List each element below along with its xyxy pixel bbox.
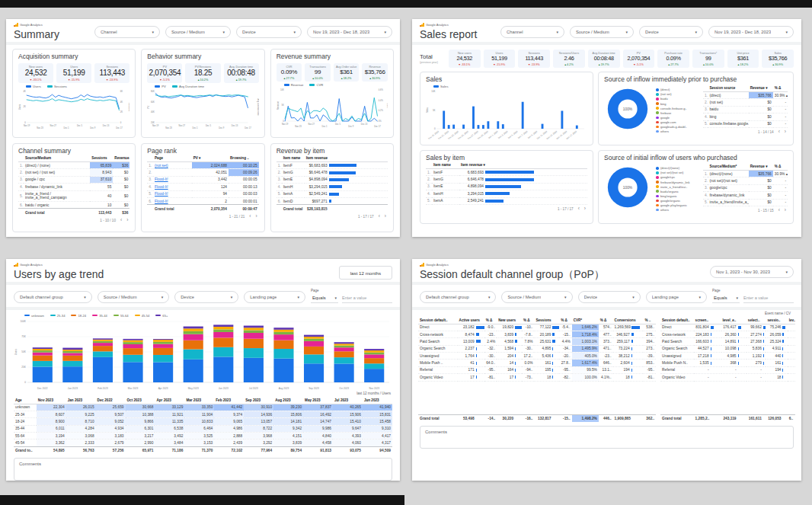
column-header[interactable]: Jun 2023: [363, 397, 392, 404]
column-header[interactable]: Jul 2023: [333, 397, 363, 404]
column-header[interactable]: Mar 2023: [184, 397, 214, 404]
column-header[interactable]: [426, 161, 432, 169]
svg-text:80K: 80K: [151, 90, 155, 93]
column-header[interactable]: level_e..: [721, 317, 746, 324]
table-row: 1.ItemF6,683,693: [426, 169, 587, 176]
column-header[interactable]: Nov 2023: [37, 397, 66, 404]
svg-text:Dec 9: Dec 9: [90, 126, 95, 129]
date-range-button[interactable]: last 12 months: [339, 266, 392, 280]
page-link[interactable]: (not set): [155, 164, 168, 168]
page-operator-select[interactable]: Equals▾: [311, 294, 338, 303]
filter-device[interactable]: Device▾: [639, 26, 703, 38]
page-link[interactable]: Flood-It!: [155, 185, 168, 189]
filter-channel[interactable]: Channel▾: [94, 26, 160, 38]
column-header[interactable]: CVR*: [572, 317, 599, 324]
comments-box[interactable]: Comments: [420, 426, 794, 449]
column-header[interactable]: lev..: [788, 317, 795, 324]
column-header[interactable]: May 2023: [303, 397, 333, 404]
column-header[interactable]: [277, 155, 282, 162]
column-header[interactable]: sessio..: [766, 317, 787, 324]
prev-page-button[interactable]: ‹: [778, 208, 780, 213]
column-header[interactable]: Item revenue: [305, 155, 388, 162]
prev-page-button[interactable]: ‹: [249, 214, 251, 219]
filter-landing-page[interactable]: Landing page▾: [646, 291, 707, 303]
next-page-button[interactable]: ›: [255, 214, 257, 219]
chevron-down-icon: ▾: [556, 30, 558, 34]
page-link[interactable]: Flood-It!: [155, 200, 168, 203]
column-header[interactable]: Sep 2023: [244, 397, 273, 404]
page-link[interactable]: Flood-It!: [155, 177, 168, 181]
column-header[interactable]: Session source: [708, 85, 748, 92]
column-header[interactable]: % Δ: [522, 317, 534, 324]
column-header[interactable]: Item name: [282, 155, 305, 162]
column-header[interactable]: Session default..: [418, 317, 458, 324]
column-header[interactable]: % ..: [643, 317, 656, 324]
column-header[interactable]: Browsing ..: [229, 155, 259, 162]
column-header[interactable]: Active users: [458, 317, 484, 324]
filter-device[interactable]: Device▾: [174, 291, 238, 303]
column-header[interactable]: Revenue..: [113, 155, 129, 162]
column-header[interactable]: Page: [153, 155, 192, 162]
column-header[interactable]: % Δ: [773, 85, 788, 92]
column-header[interactable]: Sessions: [90, 155, 113, 162]
column-header[interactable]: Revenue ▾: [749, 163, 773, 171]
column-header[interactable]: Aug 2023: [273, 397, 303, 404]
legend-swatch: [656, 181, 659, 184]
svg-text:Dec 17, 2023: Dec 17, 2023: [565, 129, 577, 140]
filter-default-channel-group[interactable]: Default channel group▾: [14, 291, 92, 303]
date-range-picker[interactable]: Nov 19, 2023 - Dec 18, 2023▾: [708, 26, 794, 38]
filter-default-channel-group[interactable]: Default channel group▾: [420, 291, 496, 303]
column-header[interactable]: Oct 2023: [126, 397, 155, 404]
page-value-input[interactable]: [743, 294, 794, 303]
page-value-input[interactable]: [342, 294, 392, 303]
column-header[interactable]: Jan 2023: [66, 397, 96, 404]
column-header[interactable]: select..: [746, 317, 766, 324]
filter-device[interactable]: Device▾: [578, 291, 641, 303]
page-operator-select[interactable]: Equals▾: [712, 294, 740, 303]
next-page-button[interactable]: ›: [385, 214, 386, 219]
column-header[interactable]: % Δ: [773, 163, 788, 171]
filter-source-medium[interactable]: Source / Medium▾: [501, 291, 572, 303]
kpi-cvr: CVR0.09%▴ 27.7%: [277, 63, 302, 82]
column-header[interactable]: PV ▾: [192, 155, 229, 162]
column-header[interactable]: Session default..: [660, 317, 694, 324]
column-header[interactable]: Item name: [432, 161, 459, 169]
column-header[interactable]: Feb 2023: [214, 397, 244, 404]
column-header[interactable]: Source/Medium*: [708, 163, 748, 171]
next-page-button[interactable]: ›: [584, 206, 586, 212]
filter-landing-page[interactable]: Landing page▾: [244, 291, 305, 303]
filter-channel[interactable]: Channel▾: [500, 26, 564, 38]
column-header[interactable]: Source/Medium: [24, 155, 90, 162]
column-header[interactable]: Sessions: [534, 317, 559, 324]
filter-source-medium[interactable]: Source / Medium▾: [165, 26, 231, 38]
column-header[interactable]: Apr 2023: [155, 397, 184, 404]
column-header[interactable]: Revenue ▾: [749, 85, 773, 92]
column-header[interactable]: Conversions: [613, 317, 644, 324]
prev-page-button[interactable]: ‹: [120, 218, 122, 223]
column-header[interactable]: New users: [497, 317, 522, 324]
column-header[interactable]: [18, 155, 24, 162]
comments-box[interactable]: Comments: [14, 458, 392, 481]
svg-text:Nov 27: Nov 27: [308, 122, 315, 125]
next-page-button[interactable]: ›: [785, 208, 786, 213]
column-header[interactable]: % Δ: [599, 317, 613, 324]
next-page-button[interactable]: ›: [785, 129, 786, 135]
column-header[interactable]: [147, 155, 153, 162]
prev-page-button[interactable]: ‹: [578, 206, 580, 212]
filter-source-medium[interactable]: Source / Medium▾: [98, 291, 169, 303]
column-header[interactable]: % Δ: [484, 317, 497, 324]
page-link[interactable]: Flood-It!: [155, 192, 168, 196]
date-range-picker[interactable]: Nov 19, 2023 - Dec 18, 2023▾: [307, 26, 392, 38]
column-header[interactable]: % Δ: [559, 317, 571, 324]
next-page-button[interactable]: ›: [126, 218, 128, 223]
filter-device[interactable]: Device▾: [236, 26, 302, 38]
prev-page-button[interactable]: ‹: [778, 129, 780, 135]
column-header[interactable]: Age: [14, 397, 37, 404]
prev-page-button[interactable]: ‹: [379, 214, 380, 219]
column-header[interactable]: Dec 2022: [96, 397, 126, 404]
column-header[interactable]: screen..: [694, 317, 721, 324]
date-range-picker[interactable]: Nov 1, 2023 - Nov 30, 2023▾: [710, 266, 794, 278]
column-header[interactable]: Item revenue ▾: [459, 161, 587, 169]
filter-source-medium[interactable]: Source / Medium▾: [570, 26, 634, 38]
revenue-by-item-table: Item nameItem revenue1.ItemF$6,683,6932.…: [277, 155, 388, 221]
